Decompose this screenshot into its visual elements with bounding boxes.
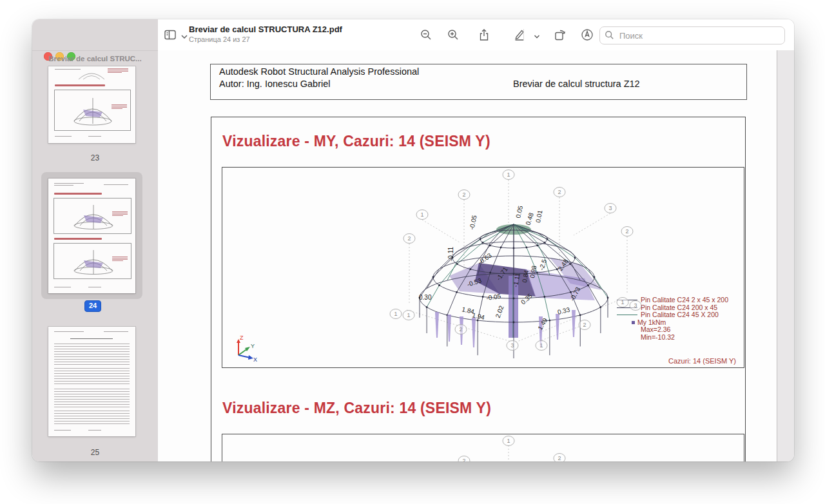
svg-text:1: 1: [420, 211, 423, 218]
thumb-title: [70, 338, 113, 339]
annotate-pen-button[interactable]: [580, 28, 594, 42]
svg-text:X: X: [253, 356, 257, 362]
case-label: Cazuri: 14 (SEISM Y): [668, 357, 736, 365]
markup-options-chevron[interactable]: [530, 30, 544, 44]
thumb-footer: [88, 136, 101, 137]
toolbar: Breviar de calcul STRUCTURA Z12.pdf Стра…: [158, 19, 794, 51]
thumbnail-page-23[interactable]: [48, 66, 135, 143]
structure-3d-view-partial: 122: [222, 434, 744, 461]
svg-text:2.02: 2.02: [494, 304, 505, 318]
svg-text:-0.11: -0.11: [447, 247, 454, 261]
svg-text:1: 1: [507, 171, 510, 178]
search-input[interactable]: [618, 28, 782, 43]
thumbnail-page-24[interactable]: [48, 179, 135, 293]
svg-text:2: 2: [558, 189, 561, 195]
thumb-header: [54, 331, 84, 332]
zoom-out-button[interactable]: [419, 28, 433, 42]
thumb-section-title: [54, 193, 102, 195]
thumb-section-title: [54, 238, 102, 240]
legend-line-sample: [617, 307, 637, 308]
svg-text:1.94: 1.94: [472, 311, 486, 321]
figure-mz: 122: [222, 434, 744, 461]
svg-text:0.48: 0.48: [524, 211, 535, 226]
thumb-dome-sketch: [75, 66, 108, 81]
thumb-header: [54, 185, 73, 186]
sidebar: Breviar de calcul STRUC...: [32, 19, 159, 461]
zoom-in-button[interactable]: [446, 28, 460, 42]
thumb-text: [54, 411, 130, 425]
thumb-header: [54, 183, 84, 184]
thumb-red-legend: [112, 257, 128, 262]
thumb-text: [54, 389, 130, 408]
legend-row: Pin Calitate C24 45 X 200: [617, 311, 728, 319]
svg-text:0.01: 0.01: [534, 209, 543, 224]
legend-square-marker: [632, 321, 635, 324]
svg-text:2.48: 2.48: [557, 258, 570, 273]
sidebar-document-title: Breviar de calcul STRUC...: [32, 55, 158, 63]
svg-text:3: 3: [510, 342, 514, 349]
svg-text:-0.73: -0.73: [568, 286, 582, 302]
thumb-text: [54, 368, 130, 386]
share-button[interactable]: [477, 28, 491, 42]
rotate-button[interactable]: [553, 28, 567, 42]
thumb-footer: [54, 430, 71, 431]
svg-text:-0.05: -0.05: [486, 293, 502, 302]
svg-text:1: 1: [407, 312, 410, 318]
thumb-figure-box: [53, 243, 131, 279]
report-header-box: Autodesk Robot Structural Analysis Profe…: [210, 64, 747, 100]
search-field[interactable]: [599, 26, 785, 44]
page-indicator: Страница 24 из 27: [189, 35, 250, 43]
svg-text:0.35: 0.35: [519, 292, 534, 305]
svg-text:1: 1: [394, 311, 397, 317]
toolbar-divider: [523, 29, 524, 41]
svg-text:-0.05: -0.05: [468, 214, 478, 230]
svg-text:0.33: 0.33: [557, 305, 571, 315]
svg-text:2: 2: [558, 455, 561, 461]
thumb-figure-box: [54, 90, 131, 131]
thumb-footer: [88, 430, 101, 431]
preview-window: Breviar de calcul STRUC...: [32, 19, 794, 461]
thumbnail-label-23: 23: [32, 153, 158, 162]
legend-line-sample: [617, 300, 637, 300]
svg-text:1: 1: [507, 438, 510, 444]
legend-label: Pin Calitate C24 2 x 45 x 200: [641, 296, 728, 304]
svg-text:2: 2: [459, 326, 462, 333]
thumbnail-page-25[interactable]: [48, 327, 135, 436]
thumb-red-legend: [112, 104, 127, 110]
legend-max: Max=2.36: [641, 326, 728, 334]
svg-text:-1.71: -1.71: [495, 266, 509, 282]
thumb-header: [104, 184, 128, 185]
svg-text:0.84: 0.84: [521, 269, 530, 284]
svg-text:0.98: 0.98: [529, 265, 538, 279]
svg-text:2: 2: [407, 235, 411, 242]
sidebar-divider: [32, 50, 158, 51]
report-app-name: Autodesk Robot Structural Analysis Profe…: [219, 66, 419, 77]
svg-text:3: 3: [608, 205, 612, 211]
svg-text:Y: Y: [251, 343, 255, 349]
svg-text:1: 1: [539, 342, 543, 349]
pdf-content-area[interactable]: Autodesk Robot Structural Analysis Profe…: [158, 50, 794, 461]
legend-label: Pin Calitate C24 45 X 200: [641, 311, 719, 319]
axis-triad-icon: Z Y X: [230, 334, 261, 362]
legend-row: Pin Calitate C24 2 x 45 x 200: [617, 296, 728, 304]
markup-pencil-button[interactable]: [512, 28, 527, 42]
report-section-box: Vizualizare - MY, Cazuri: 14 (SEISM Y) -…: [211, 117, 746, 461]
svg-text:1.84: 1.84: [461, 305, 476, 315]
thumb-red-legend: [108, 68, 128, 73]
thumb-dome-sketch: [55, 90, 130, 130]
thumb-header: [104, 331, 128, 332]
svg-text:1.49: 1.49: [536, 316, 548, 331]
thumbnail-label-25: 25: [32, 448, 158, 457]
report-author: Autor: Ing. Ionescu Gabriel: [219, 79, 331, 89]
svg-text:-2.5: -2.5: [538, 258, 548, 271]
sidebar-toggle-button[interactable]: [163, 28, 177, 42]
svg-text:2: 2: [583, 322, 586, 328]
thumb-footer: [55, 136, 72, 137]
legend-quantity-row: My 1kNm: [617, 319, 728, 327]
svg-text:0.05: 0.05: [514, 205, 524, 219]
svg-text:0.30: 0.30: [419, 294, 432, 301]
search-icon: [605, 30, 614, 40]
thumb-text: [54, 344, 130, 365]
svg-text:Z: Z: [240, 334, 244, 341]
legend-line-sample: [617, 315, 637, 315]
